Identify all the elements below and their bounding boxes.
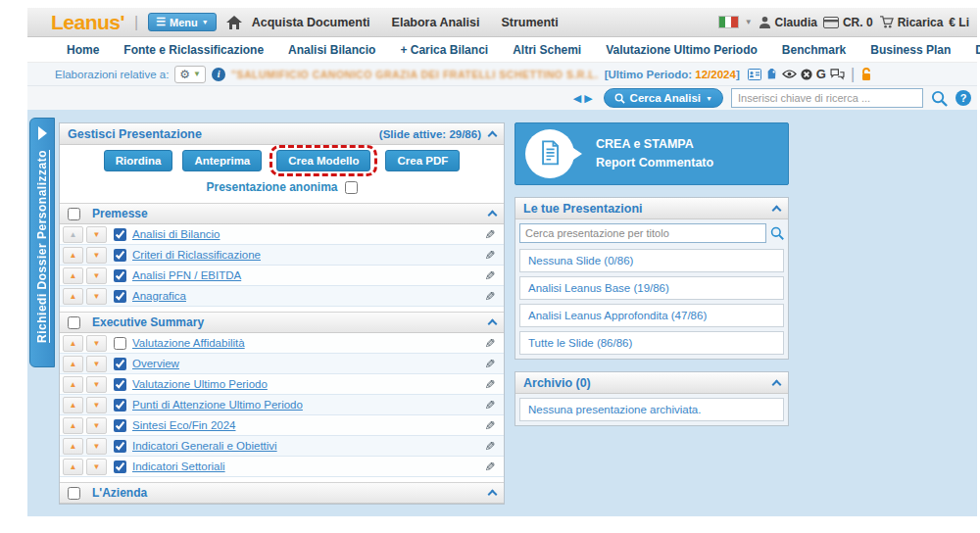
topbar-nav-item[interactable]: Elabora Analisi (392, 16, 480, 29)
edit-pencil-icon[interactable]: ✎ (479, 227, 501, 242)
eye-icon[interactable] (782, 69, 797, 79)
tab[interactable]: Benchmark (782, 43, 846, 57)
slide-checkbox[interactable] (114, 269, 126, 282)
user-menu[interactable]: Claudia (759, 16, 817, 29)
slide-link[interactable]: Analisi di Bilancio (132, 228, 479, 240)
tab[interactable]: Altri Schemi (513, 43, 581, 57)
slide-link[interactable]: Overview (132, 358, 479, 369)
action-button[interactable]: Crea Modello (276, 150, 370, 171)
tag-icon[interactable] (765, 69, 778, 80)
home-icon[interactable] (226, 16, 242, 29)
search-icon[interactable] (770, 226, 784, 240)
crea-stampa-banner[interactable]: CREA e STAMPA Report Commentato (514, 122, 789, 185)
move-up-button[interactable]: ▲ (63, 459, 83, 475)
slide-checkbox[interactable] (114, 419, 126, 432)
credits-button[interactable]: CR. 0 (823, 16, 873, 29)
move-up-button[interactable]: ▲ (63, 397, 83, 413)
tab[interactable]: Valutazione Ultimo Periodo (606, 43, 758, 57)
tab[interactable]: Business Plan (870, 43, 951, 57)
edit-pencil-icon[interactable]: ✎ (479, 377, 501, 392)
chevron-up-icon[interactable] (488, 490, 498, 500)
edit-pencil-icon[interactable]: ✎ (479, 289, 501, 304)
edit-pencil-icon[interactable]: ✎ (479, 418, 501, 433)
price-list-link[interactable]: € Li (949, 16, 969, 29)
chevron-down-icon[interactable]: ▼ (745, 18, 753, 26)
move-up-button[interactable]: ▲ (63, 335, 83, 352)
topbar-nav-item[interactable]: Strumenti (501, 16, 558, 29)
move-down-button[interactable]: ▼ (86, 438, 107, 455)
chevron-up-icon[interactable] (772, 205, 782, 215)
tab[interactable]: Fonte e Riclassificazione (123, 43, 264, 57)
move-down-button[interactable]: ▼ (86, 356, 107, 372)
move-down-button[interactable]: ▼ (86, 267, 107, 284)
move-up-button[interactable]: ▲ (63, 356, 83, 372)
presentation-item[interactable]: Nessuna Slide (0/86) (519, 249, 784, 272)
presentation-search-input[interactable] (519, 223, 766, 243)
tab[interactable]: + Carica Bilanci (400, 43, 488, 57)
edit-pencil-icon[interactable]: ✎ (479, 460, 501, 474)
section-checkbox[interactable] (68, 487, 80, 500)
id-card-icon[interactable] (748, 69, 761, 80)
anonymous-checkbox[interactable] (345, 181, 358, 194)
help-icon[interactable]: ? (956, 90, 971, 106)
slide-link[interactable]: Indicatori Generali e Obiettivi (132, 440, 479, 452)
action-button[interactable]: Anteprima (182, 150, 262, 171)
slide-link[interactable]: Sintesi Eco/Fin 2024 (132, 419, 479, 431)
action-button[interactable]: Riordina (104, 150, 173, 171)
slide-checkbox[interactable] (114, 460, 126, 473)
presentation-item[interactable]: Analisi Leanus Base (19/86) (519, 276, 784, 300)
move-down-button[interactable]: ▼ (86, 376, 107, 393)
move-down-button[interactable]: ▼ (86, 417, 107, 434)
move-down-button[interactable]: ▼ (86, 397, 107, 413)
chevron-up-icon[interactable] (488, 211, 498, 220)
slide-checkbox[interactable] (114, 378, 126, 391)
move-down-button[interactable]: ▼ (86, 459, 107, 475)
chevron-up-icon[interactable] (488, 130, 498, 140)
prev-next-arrows[interactable]: ◀▶ (573, 92, 596, 105)
tab[interactable]: Home (67, 43, 99, 57)
slide-checkbox[interactable] (114, 440, 126, 453)
google-icon[interactable]: G (816, 68, 826, 80)
slide-checkbox[interactable] (114, 249, 126, 262)
slide-checkbox[interactable] (114, 358, 126, 370)
move-down-button[interactable]: ▼ (86, 288, 107, 305)
move-up-button[interactable]: ▲ (63, 438, 83, 455)
action-button[interactable]: Crea PDF (385, 150, 460, 171)
search-input[interactable] (731, 88, 923, 108)
edit-pencil-icon[interactable]: ✎ (479, 248, 501, 263)
cerca-analisi-button[interactable]: Cerca Analisi ▼ (604, 88, 723, 108)
presentation-item[interactable]: Tutte le Slide (86/86) (519, 331, 784, 355)
slide-link[interactable]: Analisi PFN / EBITDA (132, 269, 479, 281)
presentation-item[interactable]: Analisi Leanus Approfondita (47/86) (519, 304, 784, 327)
info-icon[interactable]: i (212, 68, 225, 81)
move-down-button[interactable]: ▼ (86, 226, 107, 243)
slide-checkbox[interactable] (114, 399, 126, 412)
move-up-button[interactable]: ▲ (63, 417, 83, 434)
settings-button[interactable]: ⚙ ▼ (174, 66, 206, 83)
chevron-up-icon[interactable] (488, 319, 498, 329)
move-up-button[interactable]: ▲ (63, 288, 83, 305)
edit-pencil-icon[interactable]: ✎ (479, 439, 501, 454)
slide-checkbox[interactable] (114, 228, 126, 241)
slide-checkbox[interactable] (114, 337, 126, 350)
richiedi-dossier-tab[interactable]: Richiedi Dossier Personalizzato (29, 118, 55, 367)
move-up-button[interactable]: ▲ (63, 376, 83, 393)
tab[interactable]: Dati Azienda (975, 43, 980, 57)
edit-pencil-icon[interactable]: ✎ (479, 398, 501, 412)
slide-link[interactable]: Valutazione Affidabilità (132, 337, 479, 349)
lock-icon[interactable] (860, 68, 872, 81)
slide-link[interactable]: Anagrafica (132, 290, 479, 302)
edit-pencil-icon[interactable]: ✎ (479, 357, 501, 371)
section-checkbox[interactable] (68, 208, 80, 220)
edit-pencil-icon[interactable]: ✎ (479, 268, 501, 283)
search-icon[interactable] (931, 90, 948, 107)
move-up-button[interactable]: ▲ (63, 247, 83, 264)
slide-link[interactable]: Criteri di Riclassificazione (132, 249, 479, 261)
slide-checkbox[interactable] (114, 290, 126, 303)
move-up-button[interactable]: ▲ (63, 226, 83, 243)
section-checkbox[interactable] (68, 316, 80, 329)
italian-flag-icon[interactable] (718, 16, 739, 28)
chat-icon[interactable] (830, 69, 845, 80)
slide-link[interactable]: Valutazione Ultimo Periodo (132, 378, 479, 390)
recharge-button[interactable]: Ricarica (879, 16, 944, 29)
